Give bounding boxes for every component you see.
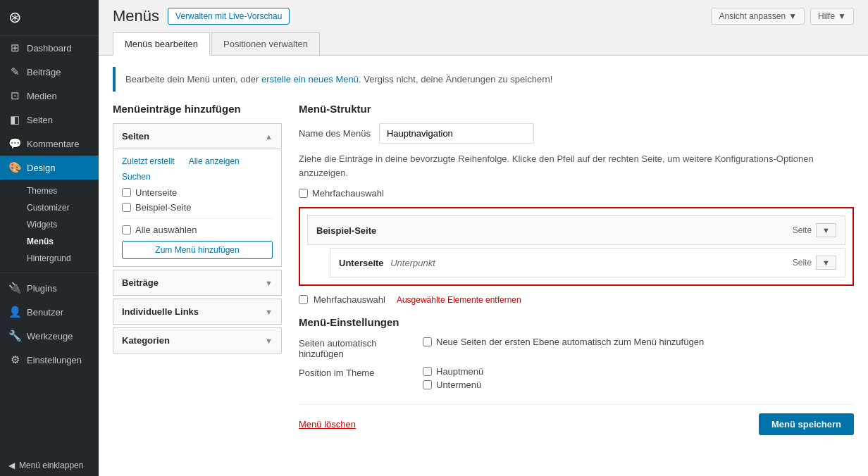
sidebar-item-benutzer[interactable]: 👤 Benutzer — [0, 300, 99, 324]
sidebar-item-medien[interactable]: ⊡ Medien — [0, 84, 99, 108]
sidebar-item-einstellungen[interactable]: ⚙ Einstellungen — [0, 348, 99, 372]
link-alle-anzeigen[interactable]: Alle anzeigen — [189, 156, 240, 166]
panel-kategorien-label: Kategorien — [122, 335, 170, 346]
right-column: Menü-Struktur Name des Menüs Ziehe die E… — [299, 103, 854, 435]
checkbox-mehrfach-bottom[interactable] — [299, 295, 308, 304]
tab-positionen-verwalten[interactable]: Positionen verwalten — [211, 32, 320, 55]
sidebar-label-werkzeuge: Werkzeuge — [27, 331, 73, 342]
link-zuletzt-erstellt[interactable]: Zuletzt erstellt — [122, 156, 175, 166]
live-preview-button[interactable]: Verwalten mit Live-Vorschau — [168, 8, 290, 25]
sidebar-sub-item-menus[interactable]: Menüs — [21, 233, 99, 250]
left-col-title: Menüeinträge hinzufügen — [113, 103, 282, 115]
menu-settings: Menü-Einstellungen Seiten automatisch hi… — [299, 316, 854, 393]
design-icon: 🎨 — [8, 161, 21, 174]
auto-add-checkbox[interactable] — [423, 337, 432, 346]
hilfe-label: Hilfe — [818, 11, 835, 21]
werkzeuge-icon: 🔧 — [8, 330, 21, 342]
select-all-row: Alle auswählen — [122, 218, 273, 235]
menu-item-unterseite: Unterseite Unterpunkt Seite ▼ — [330, 248, 845, 277]
sidebar-label-beitraege: Beiträge — [27, 67, 61, 77]
panel-beitraege-arrow: ▼ — [265, 279, 273, 287]
menu-item-label-unterseite: Unterseite Unterpunkt — [339, 258, 435, 268]
sidebar-label-medien: Medien — [27, 91, 57, 101]
sidebar-item-kommentare[interactable]: 💬 Kommentare — [0, 132, 99, 156]
hilfe-button[interactable]: Hilfe ▼ — [810, 8, 854, 25]
sidebar-sub-item-widgets[interactable]: Widgets — [21, 216, 99, 233]
tab-menus-bearbeiten[interactable]: Menüs bearbeiten — [113, 32, 210, 56]
mehrfach-label-top: Mehrfachauswahl — [312, 188, 384, 199]
main-content: Menüs Verwalten mit Live-Vorschau Ansich… — [99, 0, 868, 476]
position-untermenu-label[interactable]: Untermenü — [423, 380, 854, 390]
hilfe-arrow-icon: ▼ — [838, 11, 846, 21]
sidebar-item-werkzeuge[interactable]: 🔧 Werkzeuge — [0, 324, 99, 348]
panel-beitraege: Beiträge ▼ — [113, 270, 282, 296]
sidebar-item-seiten[interactable]: ◧ Seiten — [0, 108, 99, 132]
sidebar-item-dashboard[interactable]: ⊞ Dashboard — [0, 36, 99, 60]
ansicht-label: Ansicht anpassen — [719, 11, 786, 21]
dropdown-arrow-unterseite: ▼ — [822, 258, 830, 267]
tabs-bar: Menüs bearbeiten Positionen verwalten — [99, 25, 868, 56]
sidebar-label-dashboard: Dashboard — [27, 43, 72, 54]
panel-kategorien-header[interactable]: Kategorien ▼ — [113, 328, 281, 353]
menu-settings-title: Menü-Einstellungen — [299, 316, 854, 328]
menu-name-input[interactable] — [379, 123, 534, 144]
checkbox-select-all[interactable] — [122, 225, 131, 234]
panel-kategorien: Kategorien ▼ — [113, 327, 282, 353]
mehrfachauswahl-row-top: Mehrfachauswahl — [299, 188, 854, 199]
create-menu-link[interactable]: erstelle ein neues Menü — [261, 74, 359, 84]
checkbox-beispiel[interactable] — [122, 203, 131, 212]
delete-menu-button[interactable]: Menü löschen — [299, 419, 356, 430]
menu-item-dropdown-beispiel[interactable]: ▼ — [816, 223, 836, 237]
sidebar-collapse-button[interactable]: ◀ Menü einklappen — [0, 455, 99, 476]
sidebar-label-kommentare: Kommentare — [27, 139, 79, 149]
label-beispiel: Beispiel-Seite — [135, 202, 192, 213]
page-title: Menüs — [113, 7, 159, 25]
sidebar-label-einstellungen: Einstellungen — [27, 355, 82, 365]
add-to-menu-button[interactable]: Zum Menü hinzufügen — [122, 241, 273, 259]
checkbox-untermenu[interactable] — [423, 380, 432, 389]
panel-seiten-header[interactable]: Seiten ▲ — [113, 124, 281, 149]
select-all-label: Alle auswählen — [135, 225, 197, 235]
sidebar-item-plugins[interactable]: 🔌 Plugins — [0, 276, 99, 300]
link-suchen[interactable]: Suchen — [122, 172, 273, 182]
menu-item-dropdown-unterseite[interactable]: ▼ — [816, 256, 836, 270]
content-area: Bearbeite dein Menü unten, oder erstelle… — [99, 56, 868, 476]
checkbox-hauptmenu[interactable] — [423, 367, 432, 376]
kommentare-icon: 💬 — [8, 137, 21, 150]
mehrfach-label-bottom: Mehrfachauswahl — [314, 294, 385, 305]
auto-add-label: Seiten automatisch hinzufügen — [299, 337, 411, 359]
save-menu-button[interactable]: Menü speichern — [759, 413, 854, 435]
sidebar-item-design[interactable]: 🎨 Design — [0, 156, 99, 180]
mehrfachauswahl-row-bottom: Mehrfachauswahl Ausgewählte Elemente ent… — [299, 294, 854, 305]
ansicht-anpassen-button[interactable]: Ansicht anpassen ▼ — [711, 8, 805, 25]
two-column-layout: Menüeinträge hinzufügen Seiten ▲ Zuletzt… — [113, 103, 854, 435]
auto-add-check-label[interactable]: Neue Seiten der ersten Ebene automatisch… — [423, 337, 854, 347]
panel-beitraege-label: Beiträge — [122, 277, 159, 288]
settings-grid: Seiten automatisch hinzufügen Neue Seite… — [299, 337, 854, 393]
wp-logo: ⊛ — [8, 8, 21, 27]
panel-links-row: Zuletzt erstellt Alle anzeigen — [122, 156, 273, 166]
menu-name-label: Name des Menüs — [299, 128, 371, 139]
sidebar-sub-item-customizer[interactable]: Customizer — [21, 199, 99, 216]
remove-selected-link[interactable]: Ausgewählte Elemente entfernen — [397, 295, 521, 305]
position-label: Position im Theme — [299, 366, 411, 378]
sidebar-label-plugins: Plugins — [27, 283, 57, 294]
right-col-title: Menü-Struktur — [299, 103, 854, 115]
sidebar-sub-item-themes[interactable]: Themes — [21, 182, 99, 199]
panel-individuelle-links: Individuelle Links ▼ — [113, 299, 282, 325]
dashboard-icon: ⊞ — [8, 42, 21, 54]
panel-individuelle-links-header[interactable]: Individuelle Links ▼ — [113, 299, 281, 324]
sidebar-sub-item-hintergrund[interactable]: Hintergrund — [21, 250, 99, 267]
notice-text-before: Bearbeite dein Menü unten, oder — [125, 74, 261, 84]
position-hauptmenu-label[interactable]: Hauptmenü — [423, 366, 854, 377]
panel-individuelle-label: Individuelle Links — [122, 306, 199, 317]
checkbox-unterseite[interactable] — [122, 188, 131, 197]
collapse-label: Menü einklappen — [19, 461, 83, 470]
panel-seiten-label: Seiten — [122, 131, 149, 142]
panel-beitraege-header[interactable]: Beiträge ▼ — [113, 270, 281, 295]
label-unterseite: Unterseite — [135, 187, 177, 198]
sidebar-item-beitraege[interactable]: ✎ Beiträge — [0, 60, 99, 84]
panel-seiten: Seiten ▲ Zuletzt erstellt Alle anzeigen … — [113, 123, 282, 267]
sidebar-label-design: Design — [27, 163, 55, 173]
checkbox-mehrfach-top[interactable] — [299, 189, 308, 198]
